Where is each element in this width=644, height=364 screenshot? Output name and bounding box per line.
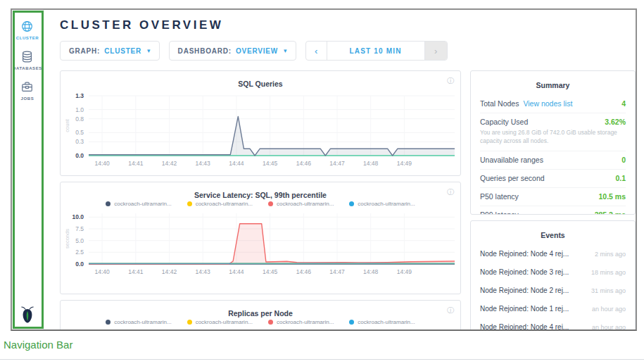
summary-row-value: 10.5 ms [598,192,626,201]
summary-row-note: You are using 26.8 GiB of 742.0 GiB usab… [480,128,626,146]
event-row[interactable]: Node Rejoined: Node 4 rej...2 mins ago [480,245,626,263]
summary-row-label: P50 latency [480,192,519,201]
svg-text:7.5: 7.5 [75,225,84,232]
svg-text:1.0: 1.0 [75,106,84,113]
summary-title: Summary [480,81,626,89]
svg-text:14:47: 14:47 [329,160,345,167]
toolbar: GRAPH: CLUSTER ▾ DASHBOARD: OVERVIEW ▾ ‹… [60,41,448,61]
summary-row: Total NodesView nodes list4 [480,95,626,113]
legend-dot-icon [268,201,273,206]
svg-text:14:48: 14:48 [363,160,379,167]
event-time: an hour ago [586,306,626,313]
svg-text:2.5: 2.5 [75,249,84,256]
events-panel: Events Node Rejoined: Node 4 rej...2 min… [470,220,636,331]
svg-text:14:45: 14:45 [263,268,278,275]
main-content: CLUSTER OVERVIEW GRAPH: CLUSTER ▾ DASHBO… [44,10,636,330]
time-range-value[interactable]: LAST 10 MIN [327,42,424,60]
svg-text:0.5: 0.5 [75,129,84,136]
svg-text:14:44: 14:44 [229,160,244,167]
summary-row: P99 latency285.2 ms [480,206,626,215]
legend-entry[interactable]: cockroach-ultramarin... [106,201,171,207]
event-message: Node Rejoined: Node 3 rej... [480,268,569,276]
legend-entry[interactable]: cockroach-ultramarin... [106,319,171,325]
legend-entry[interactable]: cockroach-ultramarin... [268,201,334,207]
view-nodes-list-link[interactable]: View nodes list [523,99,572,108]
summary-row: Capacity Used3.62%You are using 26.8 GiB… [480,113,626,151]
legend-entry[interactable]: cockroach-ultramarin... [268,319,334,325]
sidebar-item-label: CLUSTER [16,36,39,40]
legend-dot-icon [106,320,111,325]
svg-text:14:46: 14:46 [296,160,312,167]
chart-card-replicas-per-node: Replicas per Node ⓘ cockroach-ultramarin… [60,300,461,331]
sidebar-item-label: DATABASES [13,66,42,70]
legend-label: cockroach-ultramarin... [196,319,253,325]
globe-icon [20,20,34,33]
event-row[interactable]: Node Rejoined: Node 1 rej...an hour ago [480,300,626,318]
summary-row: Queries per second0.1 [480,170,626,188]
info-icon[interactable]: ⓘ [447,306,454,315]
dashboard-dropdown[interactable]: DASHBOARD: OVERVIEW ▾ [169,41,296,61]
legend-dot-icon [349,201,354,206]
svg-text:14:41: 14:41 [128,268,144,275]
database-icon [20,50,34,63]
svg-text:seconds: seconds [64,229,70,249]
summary-row-value: 0 [621,156,626,164]
legend-dot-icon [187,201,192,206]
replicas-per-node-chart: 40014:4014:4114:4214:4314:4414:4514:4614… [61,327,460,331]
graph-dropdown[interactable]: GRAPH: CLUSTER ▾ [60,41,160,61]
svg-text:14:40: 14:40 [94,268,110,275]
legend-entry[interactable]: cockroach-ultramarin... [187,319,253,325]
svg-text:14:49: 14:49 [397,160,412,167]
svg-text:1.3: 1.3 [75,92,84,99]
event-row[interactable]: Node Rejoined: Node 4 rej...an hour ago [480,318,626,331]
event-time: 31 mins ago [586,287,626,294]
navigation-sidebar: CLUSTERDATABASESJOBS [12,10,44,330]
dashboard-dropdown-label: DASHBOARD: [178,47,232,55]
sidebar-item-cluster[interactable]: CLUSTER [13,20,42,40]
svg-text:14:43: 14:43 [196,268,211,275]
chevron-down-icon: ▾ [284,47,287,54]
summary-row-label: Queries per second [480,174,545,182]
event-message: Node Rejoined: Node 4 rej... [480,250,569,258]
svg-text:0.0: 0.0 [75,152,84,159]
right-column: Summary Total NodesView nodes list4Capac… [470,70,636,331]
summary-row-label: P99 latency [480,211,519,215]
legend-entry[interactable]: cockroach-ultramarin... [349,201,415,207]
chart-card-sql-queries: SQL Queries ⓘ 1.31.00.80.50.30.014:4014:… [60,70,461,176]
summary-row-label: Unavailable ranges [480,156,543,164]
legend-dot-icon [106,201,111,206]
time-range-selector: ‹ LAST 10 MIN › [305,41,448,61]
legend-dot-icon [268,320,273,325]
legend-label: cockroach-ultramarin... [114,319,171,325]
svg-text:count: count [64,118,70,132]
event-row[interactable]: Node Rejoined: Node 3 rej...18 mins ago [480,263,626,282]
dashboard-dropdown-value: OVERVIEW [236,47,278,55]
summary-row: Unavailable ranges0 [480,151,626,170]
bottom-divider [0,359,644,360]
info-icon[interactable]: ⓘ [447,187,454,197]
sidebar-item-databases[interactable]: DATABASES [13,50,42,70]
summary-panel: Summary Total NodesView nodes list4Capac… [470,70,636,215]
info-icon[interactable]: ⓘ [447,76,454,86]
legend-label: cockroach-ultramarin... [196,201,253,207]
svg-text:14:48: 14:48 [363,268,379,275]
legend-label: cockroach-ultramarin... [114,201,171,207]
svg-text:14:44: 14:44 [229,268,244,275]
svg-text:14:45: 14:45 [263,160,278,167]
event-time: an hour ago [586,324,626,331]
sidebar-item-jobs[interactable]: JOBS [13,80,42,101]
summary-row-value: 3.62% [605,118,626,126]
legend-entry[interactable]: cockroach-ultramarin... [187,201,253,207]
svg-text:14:42: 14:42 [162,160,177,167]
chart-title: SQL Queries [238,80,282,88]
event-time: 18 mins ago [586,269,626,276]
event-time: 2 mins ago [589,251,626,258]
svg-text:14:43: 14:43 [196,160,211,167]
time-prev-button[interactable]: ‹ [306,42,327,60]
legend-label: cockroach-ultramarin... [358,201,415,207]
legend-entry[interactable]: cockroach-ultramarin... [349,319,415,325]
event-row[interactable]: Node Rejoined: Node 2 rej...31 mins ago [480,282,626,300]
legend-label: cockroach-ultramarin... [277,201,334,207]
svg-text:14:42: 14:42 [162,268,177,275]
cockroachdb-logo-icon[interactable] [20,306,35,324]
